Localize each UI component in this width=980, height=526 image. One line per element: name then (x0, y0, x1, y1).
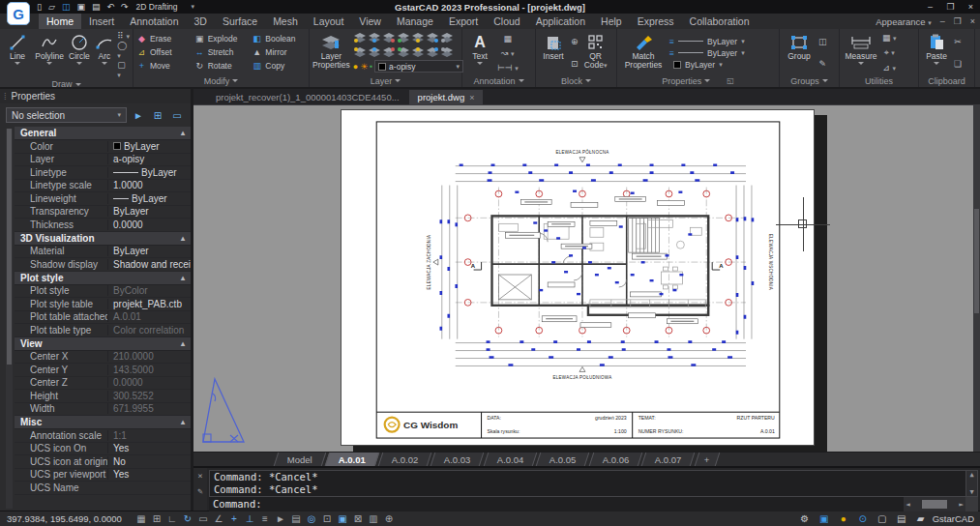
object-property-dropdown[interactable]: ≡ByLayer▾ (669, 37, 745, 46)
workspace-switcher[interactable]: 2D Drafting ▾ (136, 2, 195, 12)
menu-tab-annotation[interactable]: Annotation (122, 14, 186, 29)
menu-tab-layout[interactable]: Layout (306, 14, 352, 29)
close-tab-icon[interactable]: × (469, 93, 474, 102)
layout-tab-a-0-01[interactable]: A.0.01 (325, 453, 380, 466)
touch-mode-icon[interactable]: ▣ (817, 513, 832, 524)
match-properties-button[interactable]: Match Properties (620, 31, 667, 74)
select-objects-icon[interactable]: ▭ (169, 110, 185, 121)
units-icon[interactable]: ▥ (366, 513, 381, 524)
arc-button[interactable]: Arc (95, 31, 115, 79)
clean-screen-icon[interactable]: ▢ (875, 513, 890, 524)
open-folder-icon[interactable]: ▰ (913, 513, 929, 524)
layout-tab-a-0-06[interactable]: A.0.06 (588, 453, 642, 466)
grid-icon[interactable]: ▦ (134, 513, 149, 524)
tips-bulb-icon[interactable]: ● (836, 513, 851, 524)
panel-label-properties[interactable]: Properties◱ (617, 74, 779, 87)
doc-minimize-button[interactable]: – (940, 16, 945, 26)
panel-label-modify[interactable]: Modify (134, 74, 309, 87)
layer-on-bulb-icon[interactable]: ● (353, 62, 358, 72)
polyline-button[interactable]: Polyline (35, 31, 64, 79)
layer-tool-icon[interactable] (368, 32, 380, 43)
offset-button[interactable]: ⊿Offset (136, 45, 191, 59)
property-value[interactable]: ByColor (107, 285, 191, 296)
layout-tab-item[interactable]: + (694, 453, 719, 466)
resize-corner[interactable] (965, 497, 978, 511)
command-input[interactable]: Command: (209, 497, 904, 511)
layer-tool-icon[interactable] (382, 32, 395, 43)
menu-tab-mesh[interactable]: Mesh (265, 14, 306, 29)
doc-tab-projekt-dwg[interactable]: projekt.dwg× (409, 90, 484, 104)
close-button[interactable]: × (962, 1, 980, 13)
property-value[interactable]: ByLayer (107, 193, 191, 204)
lineweight-icon[interactable]: ≡ (257, 513, 273, 524)
plot-icon[interactable]: ▤ (894, 513, 909, 524)
panel-label-annotation[interactable]: Annotation (462, 74, 535, 87)
save-icon[interactable]: ◫ (62, 2, 71, 12)
id-point-icon[interactable]: ⌖ ▾ (884, 47, 895, 58)
dynamic-input-icon[interactable]: ▭ (195, 513, 211, 524)
layer-freeze-sun-icon[interactable]: ☀ (360, 62, 368, 72)
property-value[interactable]: No (107, 456, 191, 467)
doc-close-button[interactable]: × (970, 16, 975, 26)
layer-properties-button[interactable]: Layer Properties (312, 31, 350, 74)
property-value[interactable]: 300.5252 (107, 391, 191, 401)
layer-select[interactable]: a-opisy ▾ (374, 60, 463, 73)
property-value[interactable]: ByLayer (107, 167, 191, 178)
line-button[interactable]: Line (3, 31, 32, 79)
property-value[interactable]: 1.0000 (107, 180, 191, 190)
layer-tool-icon[interactable] (440, 46, 453, 57)
object-snap-icon[interactable]: + (226, 513, 242, 524)
boolean-button[interactable]: ◧Boolean (252, 32, 306, 45)
section-header-3d-visualization[interactable]: 3D Visualization▴ (15, 232, 191, 246)
snap-tracking-icon[interactable]: ⊥ (242, 513, 257, 524)
menu-tab-express[interactable]: Express (630, 14, 682, 29)
workspace-icon[interactable]: ▣ (335, 513, 350, 524)
layer-tool-icon[interactable] (368, 46, 380, 57)
create-block-icon[interactable]: ⊕ (571, 37, 579, 46)
ungroup-icon[interactable]: ◫ (818, 37, 827, 46)
ortho-icon[interactable]: ∟ (164, 513, 180, 524)
scroll-right-icon[interactable]: ► (959, 500, 964, 509)
property-value[interactable]: Yes (107, 443, 191, 453)
panel-label-layer[interactable]: Layer (310, 74, 461, 87)
polar-tracking-icon[interactable]: ↻ (180, 513, 195, 524)
menu-tab-surface[interactable]: Surface (215, 14, 265, 29)
layout-tab-a-0-05[interactable]: A.0.05 (536, 453, 590, 466)
property-value[interactable]: ByLayer (107, 141, 191, 152)
angle-icon[interactable]: ∠ (211, 513, 226, 524)
copy-button[interactable]: ▥Copy (252, 59, 306, 73)
draw-extra-tools[interactable]: ⠿ ▾ ◯ ▾ ▢ ▾ (117, 31, 130, 79)
select-arrow-icon[interactable]: ► (131, 110, 146, 121)
object-property-dropdown[interactable]: ByLayer▾ (669, 60, 745, 70)
dialog-launcher-icon[interactable]: ◱ (727, 76, 734, 85)
quick-calc-icon[interactable]: ▦ ▾ (882, 33, 897, 43)
feedback-icon[interactable]: ⊙ (855, 513, 871, 524)
close-command-icon[interactable]: × (197, 471, 202, 481)
layout-tab-a-0-03[interactable]: A.0.03 (431, 453, 485, 466)
layer-tool-icon[interactable] (426, 32, 438, 43)
new-file-icon[interactable]: ▯ (37, 2, 42, 12)
layout-tab-a-0-07[interactable]: A.0.07 (641, 453, 696, 466)
text-button[interactable]: A Text (465, 31, 494, 74)
plot-icon[interactable]: ▤ (92, 2, 101, 12)
undo-icon[interactable]: ↶ (106, 2, 114, 12)
scroll-down-icon[interactable]: ▼ (969, 488, 973, 496)
section-header-view[interactable]: View▴ (15, 337, 191, 351)
quick-properties-icon[interactable]: ⊠ (350, 513, 366, 524)
section-header-misc[interactable]: Misc▴ (15, 416, 191, 429)
customize-command-icon[interactable]: ✎ (197, 486, 202, 496)
annotation-visibility-icon[interactable]: ◎ (304, 513, 319, 524)
leader-icon[interactable]: ↝ ▾ (501, 48, 515, 58)
command-hscrollbar[interactable]: ◄ ► (904, 497, 965, 511)
layer-tool-icon[interactable] (397, 32, 409, 43)
property-value[interactable]: 1:1 (107, 430, 191, 441)
quick-select-icon[interactable]: ⊞ (150, 110, 165, 121)
property-value[interactable]: Color correlation (107, 325, 191, 336)
menu-tab-manage[interactable]: Manage (389, 14, 441, 29)
cut-icon[interactable]: ✂ (954, 37, 962, 46)
property-value[interactable]: A.0.01 (107, 311, 191, 322)
property-value[interactable]: Yes (107, 469, 191, 480)
erase-button[interactable]: ◆Erase (136, 32, 191, 45)
paste-button[interactable]: Paste (922, 31, 951, 74)
stretch-button[interactable]: ↔Stretch (194, 45, 249, 59)
